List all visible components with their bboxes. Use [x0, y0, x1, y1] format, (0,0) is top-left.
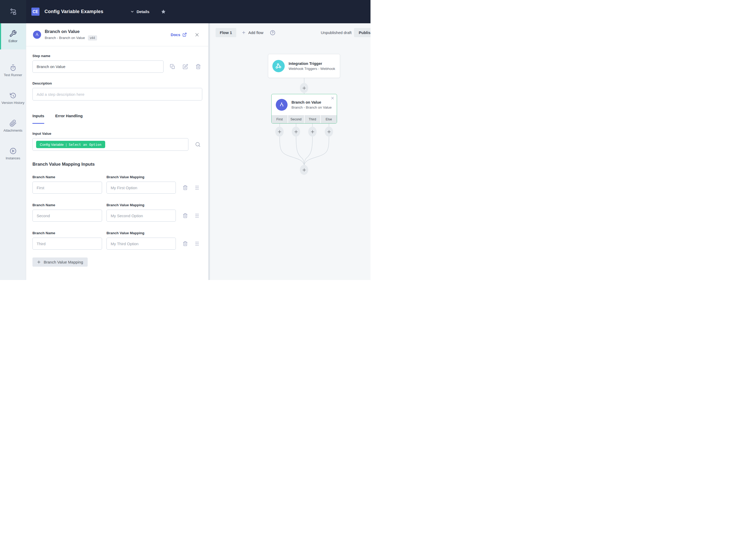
sidebar-item-label: Editor: [8, 39, 18, 43]
sidebar-item-label: Version History: [1, 101, 25, 105]
mapping-row: Branch Name Branch Value Mapping: [32, 231, 202, 250]
play-circle-icon: [9, 147, 17, 154]
add-button-label: Branch Value Mapping: [44, 260, 83, 264]
add-step-third-branch-button[interactable]: [308, 127, 317, 137]
panel-tabs: Inputs Error Handling: [32, 114, 202, 124]
mapping-row: Branch Name Branch Value Mapping: [32, 203, 202, 222]
chip-source: Config Variable: [40, 143, 64, 146]
sidebar-item-editor[interactable]: Editor: [0, 23, 26, 50]
chevron-down-icon: [130, 10, 134, 14]
trigger-subtitle: Webhook Triggers - Webhook: [289, 67, 335, 71]
version-badge: v44: [88, 35, 97, 41]
copy-step-icon[interactable]: [170, 64, 175, 69]
app-logo[interactable]: [0, 0, 26, 23]
deselect-node-icon[interactable]: [331, 96, 334, 100]
branch-name-label: Branch Name: [32, 231, 107, 235]
branch-node-title: Branch on Value: [291, 100, 332, 105]
stopwatch-icon: [9, 64, 17, 71]
branch-value-input[interactable]: [107, 182, 176, 194]
branch-value-input[interactable]: [107, 238, 176, 250]
sidebar-item-instances[interactable]: Instances: [0, 147, 26, 161]
description-input[interactable]: [32, 88, 202, 101]
branch-name-input[interactable]: [32, 209, 102, 222]
chip-value: Select an Option: [69, 143, 102, 146]
branch-tab-else[interactable]: Else: [321, 115, 337, 123]
branch-name-input[interactable]: [32, 182, 102, 194]
branch-step-icon: [33, 30, 41, 39]
integration-title: Config Variable Examples: [45, 9, 104, 14]
branch-node-subtitle: Branch - Branch on Value: [291, 106, 332, 109]
sidebar-item-label: Test Runner: [3, 73, 23, 77]
add-step-button[interactable]: [300, 83, 308, 93]
branch-name-input[interactable]: [32, 238, 102, 250]
branch-name-label: Branch Name: [32, 203, 107, 207]
branch-node[interactable]: Branch on Value Branch - Branch on Value…: [271, 94, 337, 124]
branch-value-label: Branch Value Mapping: [107, 175, 144, 179]
branch-name-label: Branch Name: [32, 175, 107, 179]
sidebar-item-label: Instances: [5, 157, 21, 161]
route-logo-icon: [9, 7, 17, 16]
input-value-label: Input Value: [32, 132, 202, 135]
chip-separator: |: [66, 143, 66, 146]
trigger-node[interactable]: Integration Trigger Webhook Triggers - W…: [268, 54, 340, 78]
step-panel-header: Branch on Value Branch - Branch on Value…: [26, 23, 208, 46]
branch-icon: [276, 99, 287, 111]
sidebar-item-attachments[interactable]: Attachments: [0, 120, 26, 133]
branch-tab-second[interactable]: Second: [288, 115, 304, 123]
close-panel-icon[interactable]: [195, 33, 199, 37]
drag-handle-icon[interactable]: [195, 213, 199, 218]
step-subtitle: Branch - Branch on Value: [45, 36, 85, 40]
delete-row-icon[interactable]: [183, 213, 188, 218]
docs-label: Docs: [171, 33, 180, 37]
mapping-row: Branch Name Branch Value Mapping: [32, 175, 202, 194]
docs-link[interactable]: Docs: [171, 33, 187, 37]
delete-row-icon[interactable]: [183, 185, 188, 190]
top-bar: CE Config Variable Examples Details: [0, 0, 370, 23]
left-sidebar: Editor Test Runner: [0, 23, 26, 280]
input-value-field[interactable]: Config Variable | Select an Option: [32, 138, 188, 151]
favorite-star-icon[interactable]: [161, 9, 166, 14]
branch-tab-first[interactable]: First: [272, 115, 287, 123]
add-step-after-branch-button[interactable]: [300, 165, 308, 175]
branch-value-label: Branch Value Mapping: [107, 231, 144, 235]
step-title: Branch on Value: [45, 29, 97, 34]
step-header-text: Branch on Value Branch - Branch on Value…: [45, 29, 97, 41]
drag-handle-icon[interactable]: [195, 241, 199, 246]
add-step-else-branch-button[interactable]: [325, 127, 333, 137]
add-branch-value-mapping-button[interactable]: Branch Value Mapping: [32, 257, 88, 267]
delete-step-icon[interactable]: [195, 64, 201, 69]
webhook-icon: [272, 60, 285, 72]
tab-error-handling[interactable]: Error Handling: [55, 114, 83, 124]
sidebar-item-test-runner[interactable]: Test Runner: [0, 64, 26, 77]
step-name-input[interactable]: [32, 60, 163, 73]
branch-value-input[interactable]: [107, 209, 176, 222]
branch-value-label: Branch Value Mapping: [107, 203, 144, 207]
description-label: Description: [32, 81, 202, 85]
step-name-label: Step name: [32, 54, 202, 58]
search-icon[interactable]: [195, 141, 201, 147]
edit-step-icon[interactable]: [183, 64, 188, 69]
delete-row-icon[interactable]: [183, 241, 188, 246]
top-bar-main: CE Config Variable Examples Details: [26, 0, 370, 23]
config-variable-chip[interactable]: Config Variable | Select an Option: [36, 141, 105, 148]
details-label: Details: [137, 9, 149, 14]
tab-inputs[interactable]: Inputs: [32, 114, 44, 124]
sidebar-item-version-history[interactable]: Version History: [0, 92, 26, 105]
branch-tab-third[interactable]: Third: [305, 115, 321, 123]
add-step-first-branch-button[interactable]: [275, 127, 284, 137]
history-icon: [9, 92, 17, 99]
integration-avatar: CE: [31, 8, 40, 16]
sidebar-item-label: Attachments: [2, 129, 23, 133]
add-step-second-branch-button[interactable]: [292, 127, 300, 137]
trigger-title: Integration Trigger: [289, 61, 335, 66]
details-dropdown[interactable]: Details: [130, 9, 149, 14]
branch-tabs: First Second Third Else: [272, 115, 337, 123]
wrench-icon: [9, 30, 17, 38]
mapping-section-heading: Branch Value Mapping Inputs: [32, 162, 202, 167]
flow-canvas[interactable]: Flow 1 Add flow Unpublished draft Publis…: [210, 23, 370, 280]
drag-handle-icon[interactable]: [195, 185, 199, 190]
external-link-icon: [182, 33, 187, 37]
step-config-panel: Branch on Value Branch - Branch on Value…: [26, 23, 209, 280]
paperclip-icon: [9, 120, 17, 127]
